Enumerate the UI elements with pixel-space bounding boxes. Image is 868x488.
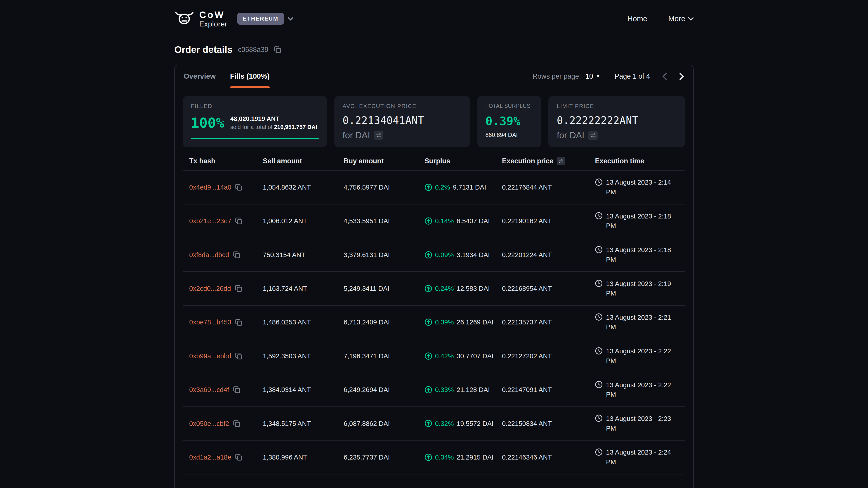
app: CoW Explorer ETHEREUM Home More xyxy=(0,0,868,488)
chevron-down-icon xyxy=(288,17,293,21)
copy-tx-button[interactable] xyxy=(233,420,240,427)
surplus-cell: 0.14% 6.5407 DAI xyxy=(425,217,502,225)
th-surplus: Surplus xyxy=(425,157,502,165)
surplus-percent-value: 0.32% xyxy=(435,420,454,427)
cow-logo-icon xyxy=(174,11,194,26)
copy-tx-button[interactable] xyxy=(235,285,242,292)
execution-time-cell: 13 August 2023 - 2:18 PM xyxy=(595,212,679,231)
buy-amount-cell: 6,249.2694 DAI xyxy=(344,386,425,394)
copy-icon xyxy=(233,386,240,393)
table-row: 0xd1a2...a18e xyxy=(183,441,686,474)
network-selector[interactable]: ETHEREUM xyxy=(237,13,293,25)
swap-token-icon[interactable] xyxy=(588,131,598,140)
clock-icon xyxy=(595,448,602,456)
prev-page-button[interactable] xyxy=(662,72,667,80)
limit-price-label: LIMIT PRICE xyxy=(557,103,677,109)
th-execution-price: Execution price xyxy=(502,157,595,165)
clock-icon xyxy=(595,347,602,355)
copy-tx-button[interactable] xyxy=(235,352,242,360)
execution-time-value: 13 August 2023 - 2:19 PM xyxy=(606,279,677,298)
sell-amount-cell: 1,054.8632 ANT xyxy=(263,184,344,191)
execution-price-cell: 0.22135737 ANT xyxy=(502,318,595,326)
tx-hash-cell: 0x3a69...cd4f xyxy=(189,386,263,394)
tx-hash-link[interactable]: 0x3a69...cd4f xyxy=(189,386,229,394)
execution-price-cell: 0.22201224 ANT xyxy=(502,251,595,259)
table-controls: Rows per page: 10 ▼ Page 1 of 4 xyxy=(532,72,684,80)
arrow-up-circle-icon xyxy=(425,453,432,461)
surplus-cell: 0.34% 21.2915 DAI xyxy=(425,453,502,461)
surplus-cell: 0.2% 9.7131 DAI xyxy=(425,184,502,191)
arrow-up-circle-icon xyxy=(425,217,432,225)
chevron-left-icon xyxy=(662,72,667,80)
copy-icon xyxy=(235,184,242,191)
sell-amount-cell: 1,006.012 ANT xyxy=(263,217,344,225)
nav-home[interactable]: Home xyxy=(627,14,647,23)
buy-amount-cell: 6,087.8862 DAI xyxy=(344,420,425,427)
copy-tx-button[interactable] xyxy=(235,454,242,461)
tx-hash-cell: 0x050e...cbf2 xyxy=(189,420,263,427)
filled-sold-total: 216,951.757 DAI xyxy=(274,124,317,130)
tab-fills-label: Fills (100%) xyxy=(230,72,270,80)
tx-hash-link[interactable]: 0xb21e...23e7 xyxy=(189,217,231,225)
th-execution-price-label: Execution price xyxy=(502,157,554,165)
filled-progress-bar xyxy=(191,138,319,139)
invert-price-icon[interactable] xyxy=(557,157,565,165)
surplus-amount-value: 6.5407 DAI xyxy=(457,217,490,225)
tab-overview[interactable]: Overview xyxy=(184,65,216,88)
rows-per-page-select[interactable]: 10 ▼ xyxy=(585,72,600,80)
buy-amount-cell: 4,756.5977 DAI xyxy=(344,184,425,191)
tx-hash-link[interactable]: 0x2cd0...26dd xyxy=(189,285,231,292)
clock-icon xyxy=(595,178,602,186)
execution-time-value: 13 August 2023 - 2:21 PM xyxy=(606,313,677,332)
surplus-percent-value: 0.42% xyxy=(435,352,454,360)
surplus-cell: 0.39% 26.1269 DAI xyxy=(425,318,502,326)
execution-time-value: 13 August 2023 - 2:22 PM xyxy=(606,346,677,365)
surplus-percent-value: 0.2% xyxy=(435,184,450,191)
execution-time-value: 13 August 2023 - 2:24 PM xyxy=(606,448,677,467)
copy-tx-button[interactable] xyxy=(235,319,242,326)
surplus-percent: 0.39% xyxy=(485,114,533,128)
clock-icon xyxy=(595,280,602,287)
th-sell-amount: Sell amount xyxy=(263,157,344,165)
brand-subtitle: Explorer xyxy=(199,20,227,28)
nav-more-label: More xyxy=(669,14,685,23)
copy-tx-button[interactable] xyxy=(233,386,240,393)
tx-hash-link[interactable]: 0xf8da...dbcd xyxy=(189,251,229,259)
tx-hash-link[interactable]: 0xbe78...b453 xyxy=(189,318,231,326)
copy-tx-button[interactable] xyxy=(235,184,242,191)
surplus-percent-value: 0.09% xyxy=(435,251,454,259)
tx-hash-cell: 0x2cd0...26dd xyxy=(189,285,263,292)
limit-price-card: LIMIT PRICE 0.22222222ANT for DAI xyxy=(548,96,685,148)
tx-hash-link[interactable]: 0xb99a...ebbd xyxy=(189,352,231,360)
fills-table: Tx hash Sell amount Buy amount Surplus E… xyxy=(183,152,686,475)
nav-more[interactable]: More xyxy=(669,14,694,23)
tx-hash-link[interactable]: 0xd1a2...a18e xyxy=(189,453,231,461)
copy-icon xyxy=(274,46,281,53)
clock-icon xyxy=(595,313,602,321)
table-row: 0xbe78...b453 xyxy=(183,306,686,339)
buy-amount-cell: 4,533.5951 DAI xyxy=(344,217,425,225)
copy-icon xyxy=(235,319,242,326)
page-title: Order details xyxy=(174,44,232,55)
copy-order-id-button[interactable] xyxy=(274,46,281,53)
execution-price-cell: 0.22176844 ANT xyxy=(502,184,595,191)
tx-hash-cell: 0xb21e...23e7 xyxy=(189,217,263,225)
brand-logo[interactable]: CoW Explorer xyxy=(174,10,227,28)
execution-time-cell: 13 August 2023 - 2:22 PM xyxy=(595,346,679,365)
execution-time-cell: 13 August 2023 - 2:23 PM xyxy=(595,414,679,433)
next-page-button[interactable] xyxy=(679,72,684,80)
tx-hash-link[interactable]: 0x050e...cbf2 xyxy=(189,420,229,427)
tx-hash-link[interactable]: 0x4ed9...14a0 xyxy=(189,184,231,191)
table-row: 0x3a69...cd4f xyxy=(183,373,686,407)
copy-tx-button[interactable] xyxy=(233,251,240,258)
surplus-amount-value: 12.583 DAI xyxy=(457,285,490,292)
clock-icon xyxy=(595,414,602,422)
swap-token-icon[interactable] xyxy=(374,131,383,140)
execution-time-cell: 13 August 2023 - 2:18 PM xyxy=(595,245,679,264)
copy-tx-button[interactable] xyxy=(235,217,242,225)
execution-time-cell: 13 August 2023 - 2:22 PM xyxy=(595,380,679,399)
tab-fills[interactable]: Fills (100%) xyxy=(230,65,270,88)
arrow-up-circle-icon xyxy=(425,352,432,360)
execution-price-cell: 0.22168954 ANT xyxy=(502,285,595,292)
execution-time-cell: 13 August 2023 - 2:14 PM xyxy=(595,177,679,197)
